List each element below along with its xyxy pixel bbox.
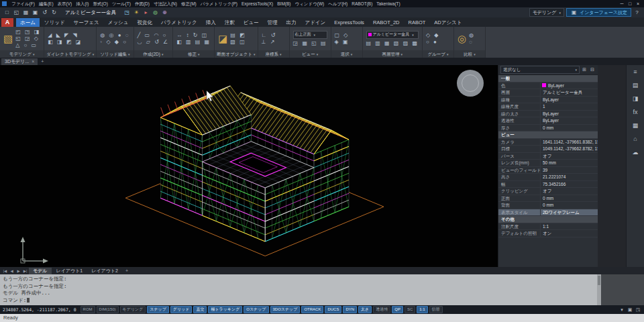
property-row[interactable]: 線種 ByLayer bbox=[498, 97, 598, 104]
panel-main-icon[interactable]: ◎ bbox=[458, 34, 466, 44]
ribbon-tab[interactable]: 管理 bbox=[264, 18, 282, 27]
menu-item[interactable]: Takeniwa(T) bbox=[374, 0, 402, 7]
panel-label[interactable]: 画層管理▾ bbox=[363, 50, 422, 58]
ribbon-tab[interactable]: パラメトリック bbox=[157, 18, 201, 27]
status-toggle[interactable]: 切替 bbox=[429, 306, 443, 313]
status-toggle[interactable]: DYN bbox=[343, 306, 357, 313]
menu-item[interactable]: 寸法記入(N) bbox=[152, 0, 179, 7]
isolate-objects-icon[interactable]: ▣ bbox=[627, 307, 633, 313]
file-tab[interactable]: 3Dモデリ... × bbox=[1, 58, 38, 65]
command-prompt[interactable]: コマンド: bbox=[3, 297, 594, 305]
blocks-palette-icon[interactable]: ▦ bbox=[630, 121, 641, 130]
new-drawing-button[interactable]: + bbox=[39, 58, 46, 65]
status-toggle[interactable]: 1:1 bbox=[417, 306, 427, 313]
layout-tab[interactable]: レイアウト2 bbox=[87, 268, 122, 274]
ribbon-tab[interactable]: ExpressTools bbox=[330, 18, 368, 27]
panel-icons[interactable]: ◍ ◌ bbox=[469, 32, 475, 46]
prev-layout-icon[interactable]: ◀ bbox=[9, 269, 15, 273]
drawing-canvas[interactable] bbox=[0, 65, 498, 267]
ribbon-tab[interactable]: ビュー bbox=[239, 18, 263, 27]
panel-label[interactable]: 断面オブジェクト▾ bbox=[215, 50, 257, 58]
panel-icons[interactable]: ╱ ▭ ◠ ○ ◡ ▱ ↺ ∠ bbox=[138, 32, 170, 46]
scrollbar-thumb[interactable] bbox=[598, 276, 600, 285]
add-icon[interactable]: ⊕ bbox=[161, 9, 168, 16]
menu-item[interactable]: パラメトリック(P) bbox=[199, 0, 239, 7]
status-toggle[interactable]: スナップ bbox=[147, 306, 169, 313]
status-toggle[interactable]: DIM(150) bbox=[97, 306, 119, 313]
next-layout-icon[interactable]: ▶ bbox=[15, 269, 21, 273]
property-row[interactable]: 注釈尺度 1:1 bbox=[498, 223, 598, 231]
property-row[interactable]: ビュー bbox=[498, 131, 598, 139]
panel-label[interactable]: 座標系▾ bbox=[258, 50, 289, 58]
help-icon[interactable]: ? bbox=[633, 9, 641, 16]
render-icon[interactable]: ▸ bbox=[142, 9, 150, 16]
menu-item[interactable]: ウィンドウ(W) bbox=[293, 0, 327, 7]
menu-item[interactable]: ファイル(F) bbox=[9, 0, 37, 7]
layout-tab[interactable]: モデル bbox=[29, 268, 52, 274]
command-history[interactable]: もう一方のコーナーを指定: もう一方のコーナーを指定: モデル 再作成中... … bbox=[0, 274, 597, 305]
property-row[interactable]: 色 ByLayer bbox=[498, 83, 598, 90]
panel-label[interactable]: ソリッド編集▾ bbox=[97, 50, 133, 58]
quick-select-icon[interactable]: ⊟ bbox=[589, 67, 596, 72]
panel-icons[interactable]: ↔ ↕ ↻ ◫ ◧ ▥ ▤ ▦ bbox=[176, 32, 211, 46]
property-row[interactable]: 線種尺度 1 bbox=[498, 103, 598, 111]
status-toggle[interactable]: ROM bbox=[80, 306, 95, 313]
property-row[interactable]: ビューのフィールド 39 bbox=[498, 167, 598, 174]
last-layout-icon[interactable]: ▶| bbox=[22, 269, 28, 273]
maximize-button[interactable]: □ bbox=[626, 1, 634, 6]
plot-icon[interactable]: ▣ bbox=[32, 9, 39, 16]
save-icon[interactable]: ▦ bbox=[22, 9, 30, 16]
property-row[interactable]: 厚さ 0 mm bbox=[498, 125, 598, 132]
panel-icons[interactable]: ▢ ◇ ◈ ▣ bbox=[335, 32, 350, 46]
panel-label[interactable]: 選択▾ bbox=[331, 50, 362, 58]
light-icon[interactable]: ☀ bbox=[133, 9, 140, 16]
property-row[interactable]: デフォルトの照明 オン bbox=[498, 230, 598, 237]
app-icon[interactable] bbox=[2, 1, 7, 6]
minimize-button[interactable]: ─ bbox=[618, 1, 626, 6]
ribbon-tab[interactable]: RABOT bbox=[404, 18, 429, 27]
menu-item[interactable]: 修正(M) bbox=[179, 0, 199, 7]
panel-label[interactable]: 作成(2D)▾ bbox=[134, 50, 173, 58]
ribbon-tab[interactable]: 挿入 bbox=[202, 18, 220, 27]
cloud-palette-icon[interactable]: ☁ bbox=[630, 148, 641, 157]
panel-icons[interactable]: ◢ ◣ ◤ ◥ ◧ ◨ ◩ ◪ bbox=[48, 32, 82, 46]
home-palette-icon[interactable]: ⌂ bbox=[630, 135, 641, 144]
panel-label[interactable]: ダイレクトモデリング▾ bbox=[44, 50, 96, 58]
menu-item[interactable]: RABOT(B) bbox=[350, 0, 374, 7]
interface-settings-button[interactable]: ▣ インターフェース設定 bbox=[566, 8, 631, 17]
ribbon-tab[interactable]: アドイン bbox=[301, 18, 330, 27]
status-toggle[interactable]: SC bbox=[405, 306, 415, 313]
first-layout-icon[interactable]: |◀ bbox=[2, 269, 8, 273]
close-button[interactable]: × bbox=[634, 1, 642, 6]
panel-main-icon[interactable]: ◪ bbox=[218, 34, 227, 44]
redo-icon[interactable]: ↻ bbox=[50, 9, 58, 16]
material-icon[interactable]: ◍ bbox=[152, 9, 159, 16]
panel-label[interactable]: 比較▾ bbox=[454, 50, 485, 58]
menu-item[interactable]: ExpressTools(X) bbox=[239, 0, 275, 7]
property-row[interactable]: レンズ長(mm) 50 mm bbox=[498, 160, 598, 167]
open-file-icon[interactable]: ◱ bbox=[13, 9, 20, 16]
undo-icon[interactable]: ↺ bbox=[41, 9, 48, 16]
workspace-switcher[interactable]: モデリング▾ bbox=[529, 8, 564, 17]
layers-palette-icon[interactable]: ◨ bbox=[630, 95, 641, 103]
new-file-icon[interactable]: □ bbox=[3, 9, 11, 16]
fx-palette-icon[interactable]: fx bbox=[630, 108, 641, 117]
status-toggle[interactable]: QP bbox=[392, 306, 403, 313]
property-row[interactable]: パース オフ bbox=[498, 153, 598, 160]
menu-item[interactable]: 作図(D) bbox=[133, 0, 152, 7]
ribbon-tab[interactable]: 出力 bbox=[282, 18, 301, 27]
status-toggle[interactable]: 透過性 bbox=[373, 306, 390, 313]
palettes-menu-icon[interactable]: ≡ bbox=[630, 68, 641, 76]
status-toggle[interactable]: 直交 bbox=[193, 306, 207, 313]
property-row[interactable]: 表示スタイル 2Dワイヤフレーム bbox=[498, 209, 598, 217]
property-row[interactable]: 画層 アルミピーター金具 bbox=[498, 89, 598, 97]
panel-combo[interactable]: アルミピーター金具 ▾ bbox=[366, 31, 419, 39]
ribbon-tab[interactable]: ソリッド bbox=[40, 18, 69, 27]
menu-item[interactable]: ツール(T) bbox=[110, 0, 133, 7]
panel-icons[interactable]: ◍ ◎ ● ◌ ◦ ◇ ◆ ○ bbox=[100, 32, 129, 46]
close-tab-icon[interactable]: × bbox=[32, 58, 34, 65]
clean-screen-icon[interactable]: ◳ bbox=[635, 307, 641, 313]
status-toggle[interactable]: モデリング bbox=[120, 306, 146, 313]
ribbon-tab[interactable]: ホーム bbox=[16, 18, 40, 27]
customization-icon[interactable]: ▾ bbox=[619, 307, 625, 313]
